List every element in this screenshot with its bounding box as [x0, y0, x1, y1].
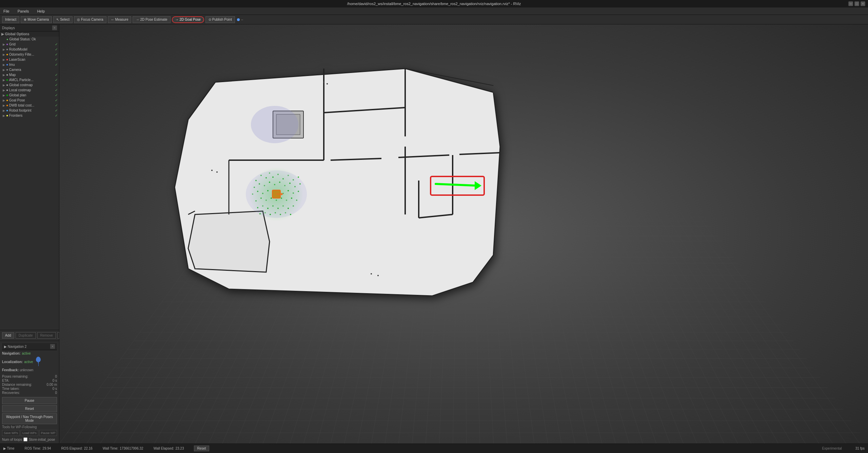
window-title: /home/david/ros2_ws/install/bme_ros2_nav…: [347, 2, 521, 6]
display-amcl[interactable]: ▶ ■ AMCL Particle... ✓: [0, 77, 59, 82]
svg-point-77: [246, 170, 307, 218]
laser-icon: ■: [6, 58, 8, 61]
wp-buttons-row: Save WPs Load WPs Pause WP: [2, 430, 57, 436]
ros-time-label: ROS Time:: [24, 447, 41, 450]
publish-point-button[interactable]: ⊙ Publish Point: [205, 16, 235, 23]
global-options-header[interactable]: ▶ Global Options: [0, 32, 59, 37]
frontiers-icon: ■: [6, 114, 8, 117]
move-camera-icon: ⊕: [24, 18, 26, 21]
recoveries-row: Recoveries: 0: [2, 391, 57, 395]
nav2-header: ▶ Navigation 2 ×: [2, 343, 57, 350]
svg-point-83: [327, 83, 328, 84]
select-button[interactable]: ↖ Select: [53, 16, 73, 23]
svg-point-87: [377, 275, 379, 276]
wall-elapsed-value: 23.23: [175, 447, 184, 450]
wall-elapsed-display: Wall Elapsed: 23.23: [154, 447, 184, 450]
menu-file[interactable]: File: [2, 8, 11, 14]
distance-row: Distance remaining: 0.00 m: [2, 383, 57, 386]
remove-button[interactable]: Remove: [37, 332, 56, 339]
display-local-costmap[interactable]: ▶ ■ Local costmap ✓: [0, 88, 59, 93]
viewport[interactable]: [59, 24, 868, 443]
display-global-costmap[interactable]: ▶ ■ Global costmap ✓: [0, 82, 59, 88]
nav2-panel: ▶ Navigation 2 × Navigation: active Loca…: [0, 341, 59, 443]
interact-button[interactable]: Interact: [2, 16, 19, 23]
displays-title: Displays: [2, 26, 15, 30]
close-button[interactable]: ×: [861, 1, 865, 6]
svg-marker-10: [188, 211, 270, 272]
local-costmap-icon: ■: [6, 89, 8, 92]
minimize-button[interactable]: ─: [848, 1, 853, 6]
localization-status-row: Localization: active: [2, 357, 57, 367]
display-grid[interactable]: ▶ ■ Grid ✓: [0, 42, 59, 47]
status-reset-button[interactable]: Reset: [194, 446, 209, 451]
add-button[interactable]: Add: [2, 332, 14, 339]
duplicate-button[interactable]: Duplicate: [16, 332, 36, 339]
wall-time-display: Wall Time: 1736617996.32: [103, 447, 143, 450]
time-panel: ▶ Time: [3, 447, 14, 450]
status-bar: ▶ Time ROS Time: 29.94 ROS Elapsed: 22.1…: [0, 443, 868, 453]
move-camera-button[interactable]: ⊕ Move Camera: [21, 16, 52, 23]
pause-button[interactable]: Pause: [2, 397, 57, 404]
display-laserscan[interactable]: ▶ ■ LaserScan ✓: [0, 57, 59, 62]
display-frontiers[interactable]: ▶ ■ Frontiers ✓: [0, 113, 59, 118]
ros-elapsed-label: ROS Elapsed:: [61, 447, 82, 450]
localization-balloon-icon: [36, 357, 41, 367]
save-wps-button[interactable]: Save WPs: [2, 430, 20, 436]
svg-point-81: [216, 171, 218, 173]
measure-button[interactable]: ↔ Measure: [108, 16, 132, 23]
displays-close-button[interactable]: ×: [52, 25, 57, 30]
display-robot-footprint[interactable]: ▶ ■ Robot footprint ✓: [0, 108, 59, 113]
camera-icon: ■: [6, 68, 8, 71]
menu-panels[interactable]: Panels: [16, 8, 31, 14]
status-indicator: [237, 18, 240, 21]
dwb-icon: ■: [6, 104, 8, 107]
reset-nav-button[interactable]: Reset: [2, 405, 57, 412]
global-status-item[interactable]: ● Global Status: Ok: [0, 37, 59, 42]
time-label: ▶ Time: [3, 447, 14, 450]
pose-estimate-button[interactable]: → 2D Pose Estimate: [133, 16, 170, 23]
menu-help[interactable]: Help: [36, 8, 46, 14]
nav2-close-button[interactable]: ×: [50, 344, 55, 349]
main-content: Displays × ▶ Global Options ● Global Sta…: [0, 24, 868, 443]
load-wps-button[interactable]: Load WPs: [21, 430, 38, 436]
pause-wp-button[interactable]: Pause WP: [39, 430, 57, 436]
odometry-icon: ■: [6, 53, 8, 56]
num-loops-checkbox[interactable]: [23, 437, 27, 441]
fps-display: 31 fps: [855, 447, 865, 450]
display-global-plan[interactable]: ▶ ■ Global plan ✓: [0, 93, 59, 98]
left-panel: Displays × ▶ Global Options ● Global Sta…: [0, 24, 59, 443]
goal-pose-button[interactable]: → 2D Goal Pose: [172, 16, 204, 23]
map-visualization: [59, 24, 868, 364]
display-goal-pose[interactable]: ▶ ■ Goal Pose ✓: [0, 98, 59, 103]
wp-tools-label: Tools for WP-Following: [2, 425, 57, 429]
global-plan-icon: ■: [6, 94, 8, 97]
display-camera[interactable]: ▶ ■ Camera: [0, 67, 59, 72]
select-icon: ↖: [56, 18, 59, 21]
svg-point-80: [211, 170, 213, 171]
point-icon: ⊙: [209, 18, 211, 21]
display-odometry[interactable]: ▶ ■ Odometry Filte... ✓: [0, 52, 59, 57]
ros-elapsed-value: 22.16: [84, 447, 93, 450]
display-imu[interactable]: ▶ ■ Imu ✓: [0, 62, 59, 67]
poses-remaining-row: Poses remaining: 0: [2, 375, 57, 378]
focus-camera-button[interactable]: ◎ Focus Camera: [74, 16, 106, 23]
display-dwb[interactable]: ▶ ■ DWB total cost... ✓: [0, 103, 59, 108]
goal-pose-icon: ■: [6, 99, 8, 102]
feedback-row: Feedback: unknown: [2, 368, 57, 372]
wall-elapsed-label: Wall Elapsed:: [154, 447, 174, 450]
nav2-title: Navigation 2: [8, 345, 27, 348]
grid-color-dot: ■: [6, 43, 8, 46]
eta-row: ETA: 0 s: [2, 379, 57, 382]
toolbar-extra: –: [241, 18, 243, 21]
svg-point-86: [371, 273, 372, 275]
experimental-label: Experimental: [822, 447, 842, 450]
display-robot-model[interactable]: ▶ ■ RobotModel ✓: [0, 47, 59, 52]
waypoint-button[interactable]: Waypoint / Nav Through Poses Mode: [2, 413, 57, 424]
wall-time-label: Wall Time:: [103, 447, 118, 450]
pose-icon: →: [136, 18, 139, 21]
maximize-button[interactable]: □: [854, 1, 859, 6]
nav-buttons: Add Duplicate Remove Rename: [0, 330, 59, 341]
num-loops-row: Num of loops Store-initial_pose: [2, 437, 57, 441]
goal-icon: →: [175, 18, 179, 21]
display-map[interactable]: ▶ ■ Map ✓: [0, 72, 59, 77]
